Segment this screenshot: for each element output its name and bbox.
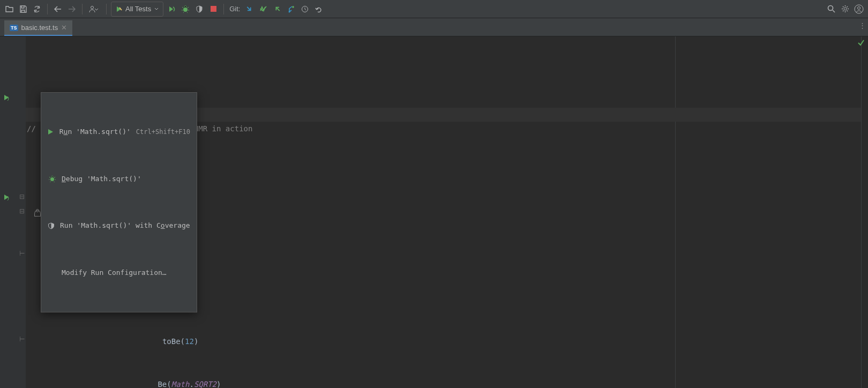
fold-icon[interactable]: ⊟ bbox=[19, 193, 25, 200]
main-toolbar: All Tests Git: bbox=[0, 0, 868, 18]
git-commit-icon[interactable] bbox=[257, 3, 269, 15]
inspection-ok-icon[interactable] bbox=[857, 40, 865, 48]
coverage-icon bbox=[48, 222, 55, 229]
svg-rect-2 bbox=[211, 6, 216, 12]
tab-more-icon[interactable]: ⋮ bbox=[859, 21, 866, 29]
debug-icon bbox=[48, 175, 56, 182]
search-icon[interactable] bbox=[825, 3, 837, 15]
ctx-debug[interactable]: Debug 'Math.sqrt()' bbox=[41, 170, 197, 189]
author-icon bbox=[34, 210, 41, 217]
svg-point-5 bbox=[828, 6, 833, 11]
run-config-label: All Tests bbox=[125, 5, 151, 13]
run-config-selector[interactable]: All Tests bbox=[111, 2, 163, 17]
tab-filename: basic.test.ts bbox=[21, 24, 58, 32]
save-icon[interactable] bbox=[17, 3, 29, 15]
open-icon[interactable] bbox=[3, 3, 15, 15]
ctx-modify[interactable]: Modify Run Configuration… bbox=[41, 264, 197, 282]
gutter-run-icon[interactable] bbox=[3, 94, 11, 102]
git-history-icon[interactable] bbox=[299, 3, 311, 15]
git-revert-icon[interactable] bbox=[313, 3, 325, 15]
svg-point-9 bbox=[50, 177, 54, 181]
rerun-icon[interactable] bbox=[166, 3, 177, 15]
ruler-line bbox=[675, 36, 676, 388]
close-tab-icon[interactable]: ✕ bbox=[61, 24, 67, 32]
editor-tab[interactable]: TS basic.test.ts ✕ bbox=[4, 20, 72, 36]
svg-point-0 bbox=[91, 6, 94, 9]
git-push-icon[interactable] bbox=[271, 3, 283, 15]
git-label: Git: bbox=[229, 5, 240, 13]
chevron-down-icon bbox=[154, 8, 159, 11]
run-context-menu: Run 'Math.sqrt()' Ctrl+Shift+F10 Debug '… bbox=[41, 92, 197, 312]
fold-close-icon: ⊢ bbox=[19, 250, 25, 257]
run-icon bbox=[48, 129, 54, 135]
editor-tabbar: TS basic.test.ts ✕ ⋮ bbox=[0, 18, 868, 36]
svg-point-6 bbox=[844, 8, 847, 10]
forward-icon[interactable] bbox=[66, 3, 78, 15]
git-pull-icon[interactable] bbox=[243, 3, 255, 15]
coverage-icon[interactable] bbox=[193, 3, 205, 15]
debug-icon[interactable] bbox=[179, 3, 191, 15]
test-config-icon bbox=[116, 6, 122, 12]
settings-icon[interactable] bbox=[839, 3, 851, 15]
fold-close-icon: ⊢ bbox=[19, 335, 25, 343]
gutter-run-icon[interactable] bbox=[3, 194, 11, 202]
svg-point-3 bbox=[289, 11, 290, 12]
editor-gutter: ⊟ ⊟ ⊢ ⊢ bbox=[0, 36, 26, 388]
code-editor[interactable]: // Edit an assertion and save to see HMR… bbox=[26, 36, 861, 388]
editor-area: ⊟ ⊟ ⊢ ⊢ // Edit an assertion and save to… bbox=[0, 36, 868, 388]
ctx-run[interactable]: Run 'Math.sqrt()' Ctrl+Shift+F10 bbox=[41, 123, 197, 141]
git-new-branch-icon[interactable] bbox=[285, 3, 297, 15]
ts-file-icon: TS bbox=[10, 25, 18, 31]
stop-icon[interactable] bbox=[207, 3, 219, 15]
fold-icon[interactable]: ⊟ bbox=[19, 207, 25, 215]
back-icon[interactable] bbox=[52, 3, 64, 15]
avatar-icon[interactable] bbox=[853, 3, 865, 15]
sync-icon[interactable] bbox=[31, 3, 43, 15]
ctx-coverage[interactable]: Run 'Math.sqrt()' with Coverage bbox=[41, 217, 197, 235]
svg-point-8 bbox=[858, 6, 860, 9]
user-icon[interactable] bbox=[87, 3, 102, 15]
inspection-gutter bbox=[861, 36, 868, 388]
svg-point-1 bbox=[183, 8, 188, 12]
